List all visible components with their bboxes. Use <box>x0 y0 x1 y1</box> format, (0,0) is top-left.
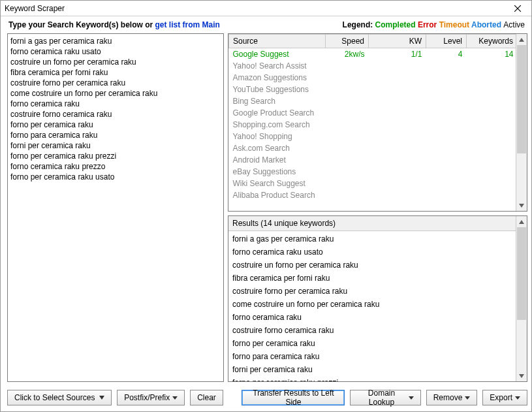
results-scrollbar[interactable] <box>516 216 527 381</box>
cell-kw <box>369 119 426 131</box>
cell-speed <box>326 60 369 72</box>
cell-speed <box>326 131 369 142</box>
chevron-down-icon <box>172 396 178 400</box>
svg-marker-6 <box>99 396 104 400</box>
cell-speed <box>326 178 369 189</box>
close-icon <box>514 5 521 12</box>
col-keywords[interactable]: Keywords <box>467 35 516 48</box>
cell-source: Shopping.com Search <box>229 119 326 131</box>
source-row[interactable]: Google Suggest2kw/s1/1414 <box>229 48 516 61</box>
cell-keywords <box>467 189 516 201</box>
keyword-line: forno per ceramica raku <box>10 119 221 130</box>
keyword-line: forno para ceramica raku <box>10 130 221 140</box>
cell-level <box>426 95 467 107</box>
keywords-textarea[interactable]: forni a gas per ceramica rakuforno ceram… <box>7 33 224 382</box>
sources-table[interactable]: Source Speed KW Level Keywords Google Su… <box>228 34 516 201</box>
result-item[interactable]: forno para ceramica raku <box>232 350 512 363</box>
cell-kw <box>369 189 426 201</box>
source-row[interactable]: Yahoo! Search Assist <box>229 60 516 72</box>
cell-source: Yahoo! Shopping <box>229 131 326 142</box>
chevron-down-icon <box>465 396 470 400</box>
keyword-line: costruire un forno per ceramica raku <box>10 57 221 67</box>
export-button[interactable]: Export <box>482 390 527 405</box>
keyword-line: forno ceramica raku usato <box>10 46 221 57</box>
source-row[interactable]: eBay Suggestions <box>229 166 516 178</box>
cell-level <box>426 131 467 142</box>
select-sources-label: Click to Select Sources <box>14 393 95 402</box>
cell-kw: 1/1 <box>369 48 426 61</box>
scroll-up-icon[interactable] <box>516 34 527 45</box>
domain-lookup-button[interactable]: Domain Lookup <box>350 390 420 405</box>
cell-kw <box>369 131 426 142</box>
result-item[interactable]: forno per ceramica raku <box>232 337 512 350</box>
cell-kw <box>369 178 426 189</box>
col-level[interactable]: Level <box>426 35 467 48</box>
cell-kw <box>369 72 426 84</box>
result-item[interactable]: forno ceramica raku usato <box>232 246 512 259</box>
select-sources-button[interactable]: Click to Select Sources <box>7 390 112 405</box>
source-row[interactable]: Bing Search <box>229 95 516 107</box>
cell-keywords <box>467 72 516 84</box>
result-item[interactable]: costruire un forno per ceramica raku <box>232 259 512 272</box>
result-item[interactable]: forno per ceramica raku prezzi <box>232 376 512 381</box>
remove-button[interactable]: Remove <box>426 390 478 405</box>
legend-aborted: Aborted <box>471 20 501 29</box>
source-row[interactable]: Shopping.com Search <box>229 119 516 131</box>
result-item[interactable]: come costruire un forno per ceramica rak… <box>232 298 512 311</box>
cell-level <box>426 154 467 166</box>
keyword-line: forno per ceramica raku usato <box>10 172 221 182</box>
prompt-text: Type your Search Keyword(s) below or get… <box>8 20 220 29</box>
cell-source: Amazon Suggestions <box>229 72 326 84</box>
source-row[interactable]: Yahoo! Shopping <box>229 131 516 142</box>
postfix-label: Postfix/Prefix <box>124 393 170 402</box>
keyword-line: forno ceramica raku <box>10 99 221 109</box>
cell-level <box>426 107 467 119</box>
source-row[interactable]: Android Market <box>229 154 516 166</box>
cell-level <box>426 84 467 95</box>
source-row[interactable]: Ask.com Search <box>229 142 516 154</box>
result-item[interactable]: costruire forno ceramica raku <box>232 324 512 337</box>
col-kw[interactable]: KW <box>369 35 426 48</box>
scroll-down-icon[interactable] <box>516 200 527 211</box>
keyword-line: forno ceramica raku prezzo <box>10 161 221 172</box>
source-row[interactable]: Wiki Search Suggest <box>229 178 516 189</box>
cell-source: Wiki Search Suggest <box>229 178 326 189</box>
cell-speed <box>326 107 369 119</box>
scroll-thumb[interactable] <box>517 45 526 153</box>
result-item[interactable]: costruire forno per ceramica raku <box>232 285 512 298</box>
col-speed[interactable]: Speed <box>326 35 369 48</box>
chevron-down-icon <box>409 396 414 400</box>
source-row[interactable]: YouTube Suggestions <box>229 84 516 95</box>
source-row[interactable]: Google Product Search <box>229 107 516 119</box>
export-label: Export <box>490 393 512 402</box>
cell-keywords <box>467 95 516 107</box>
col-source[interactable]: Source <box>229 35 326 48</box>
result-item[interactable]: forni a gas per ceramica raku <box>232 232 512 246</box>
chevron-down-icon <box>515 396 520 400</box>
cell-kw <box>369 154 426 166</box>
svg-marker-3 <box>519 204 524 208</box>
sources-scrollbar[interactable] <box>516 34 527 211</box>
scroll-thumb[interactable] <box>517 227 526 320</box>
clear-button[interactable]: Clear <box>190 390 223 405</box>
result-item[interactable]: forni per ceramica raku <box>232 363 512 376</box>
results-list[interactable]: forni a gas per ceramica rakuforno ceram… <box>228 231 516 381</box>
cell-keywords <box>467 142 516 154</box>
transfer-results-button[interactable]: Transfer Results to Left Side <box>242 390 345 405</box>
cell-kw <box>369 95 426 107</box>
domain-lookup-label: Domain Lookup <box>357 388 405 407</box>
scroll-down-icon[interactable] <box>516 370 527 381</box>
results-header: Results (14 unique keywords) <box>228 216 516 231</box>
bottom-toolbar: Click to Select Sources Postfix/Prefix C… <box>1 386 531 409</box>
close-button[interactable] <box>508 1 527 16</box>
source-row[interactable]: Amazon Suggestions <box>229 72 516 84</box>
get-list-link[interactable]: get list from Main <box>155 20 220 29</box>
result-item[interactable]: fibra ceramica per forni raku <box>232 272 512 285</box>
cell-keywords <box>467 166 516 178</box>
cell-level <box>426 60 467 72</box>
source-row[interactable]: Alibaba Product Search <box>229 189 516 201</box>
result-item[interactable]: forno ceramica raku <box>232 311 512 324</box>
scroll-up-icon[interactable] <box>516 216 527 227</box>
cell-kw <box>369 84 426 95</box>
postfix-prefix-button[interactable]: Postfix/Prefix <box>117 390 185 405</box>
